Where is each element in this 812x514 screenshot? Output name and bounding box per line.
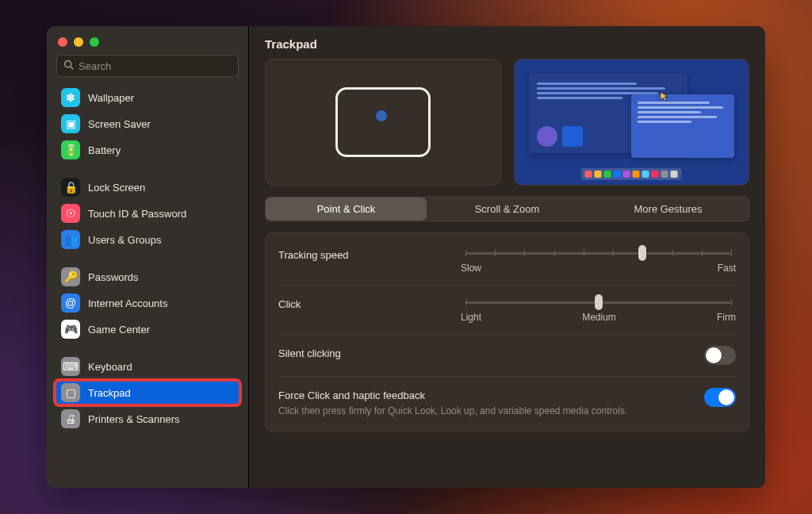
click-max-label: Firm bbox=[717, 312, 736, 323]
battery-icon: 🔋 bbox=[61, 140, 80, 159]
tab-pointclick[interactable]: Point & Click bbox=[266, 198, 427, 221]
internet-icon: @ bbox=[61, 293, 80, 313]
passwords-icon: 🔑 bbox=[61, 267, 80, 286]
sidebar-item-label: Game Center bbox=[88, 324, 150, 336]
row-click: Click Light Medium Firm bbox=[278, 286, 736, 335]
tab-scrollzoom[interactable]: Scroll & Zoom bbox=[427, 198, 588, 221]
keyboard-icon: ⌨ bbox=[61, 357, 80, 376]
page-title: Trackpad bbox=[249, 26, 765, 59]
preview-row bbox=[265, 59, 749, 186]
gamecenter-icon: 🎮 bbox=[61, 320, 80, 339]
tracking-speed-slider[interactable] bbox=[461, 247, 736, 255]
sidebar-item-label: Passwords bbox=[88, 271, 139, 283]
sidebar-item-internet[interactable]: @Internet Accounts bbox=[55, 290, 240, 316]
sidebar-item-label: Touch ID & Password bbox=[88, 208, 186, 220]
sidebar-item-label: Lock Screen bbox=[88, 182, 145, 194]
row-tracking-speed: Tracking speed Slow Fast bbox=[278, 236, 736, 286]
sidebar-item-label: Printers & Scanners bbox=[88, 413, 180, 425]
close-icon[interactable] bbox=[58, 37, 67, 47]
tracking-speed-label: Tracking speed bbox=[278, 247, 461, 261]
users-icon: 👥 bbox=[61, 230, 80, 249]
sidebar-item-wallpaper[interactable]: ✽Wallpaper bbox=[55, 85, 240, 110]
search-icon bbox=[63, 59, 74, 73]
tab-bar: Point & ClickScroll & ZoomMore Gestures bbox=[265, 197, 749, 221]
sidebar-item-label: Users & Groups bbox=[88, 234, 161, 246]
sidebar-item-trackpad[interactable]: ▢Trackpad bbox=[55, 380, 240, 405]
svg-line-1 bbox=[71, 67, 73, 69]
trackpad-cursor-icon bbox=[376, 110, 387, 121]
sidebar-item-gamecenter[interactable]: 🎮Game Center bbox=[55, 316, 240, 342]
touchid-icon: ☉ bbox=[61, 204, 80, 223]
row-silent-clicking: Silent clicking bbox=[278, 335, 736, 377]
content-pane: Trackpad bbox=[249, 26, 765, 488]
silent-clicking-label: Silent clicking bbox=[278, 346, 461, 359]
force-click-label: Force Click and haptic feedback bbox=[278, 388, 704, 401]
settings-window: ✽Wallpaper▣Screen Saver🔋Battery🔒Lock Scr… bbox=[47, 26, 765, 488]
screensaver-icon: ▣ bbox=[61, 114, 80, 133]
cursor-icon bbox=[660, 91, 671, 102]
dock-preview bbox=[581, 168, 682, 180]
wallpaper-icon: ✽ bbox=[61, 88, 80, 107]
force-click-description: Click then press firmly for Quick Look, … bbox=[278, 405, 675, 417]
sidebar-item-keyboard[interactable]: ⌨Keyboard bbox=[55, 354, 240, 379]
click-label: Click bbox=[278, 297, 461, 310]
printers-icon: 🖨 bbox=[61, 409, 80, 428]
sidebar-item-users[interactable]: 👥Users & Groups bbox=[55, 227, 240, 252]
silent-clicking-toggle[interactable] bbox=[704, 346, 736, 365]
tracking-min-label: Slow bbox=[461, 263, 481, 274]
svg-point-0 bbox=[65, 61, 71, 67]
sidebar-item-touchid[interactable]: ☉Touch ID & Password bbox=[55, 201, 240, 226]
sidebar-item-printers[interactable]: 🖨Printers & Scanners bbox=[55, 406, 240, 432]
sidebar-item-label: Internet Accounts bbox=[88, 297, 167, 309]
window-controls bbox=[47, 26, 248, 55]
sidebar-item-label: Battery bbox=[88, 144, 121, 156]
row-force-click: Force Click and haptic feedback Click th… bbox=[278, 377, 736, 428]
sidebar-item-label: Screen Saver bbox=[88, 118, 151, 130]
search-field[interactable] bbox=[56, 55, 239, 77]
zoom-icon[interactable] bbox=[90, 37, 99, 47]
trackpad-icon bbox=[335, 87, 431, 157]
sidebar-list: ✽Wallpaper▣Screen Saver🔋Battery🔒Lock Scr… bbox=[47, 83, 248, 488]
tab-moregestures[interactable]: More Gestures bbox=[588, 198, 749, 221]
tracking-max-label: Fast bbox=[718, 263, 736, 274]
force-click-toggle[interactable] bbox=[704, 388, 736, 407]
trackpad-icon: ▢ bbox=[61, 383, 80, 402]
click-min-label: Light bbox=[461, 312, 481, 323]
sidebar-item-label: Wallpaper bbox=[88, 92, 134, 104]
click-mid-label: Medium bbox=[582, 312, 616, 323]
lockscreen-icon: 🔒 bbox=[61, 178, 80, 197]
trackpad-preview bbox=[265, 59, 501, 186]
sidebar: ✽Wallpaper▣Screen Saver🔋Battery🔒Lock Scr… bbox=[47, 26, 249, 488]
settings-panel: Tracking speed Slow Fast Click bbox=[265, 232, 749, 432]
search-input[interactable] bbox=[79, 60, 232, 72]
click-slider[interactable] bbox=[461, 297, 736, 304]
sidebar-item-screensaver[interactable]: ▣Screen Saver bbox=[55, 111, 240, 136]
sidebar-item-label: Trackpad bbox=[88, 387, 131, 399]
gesture-preview bbox=[514, 59, 750, 186]
sidebar-item-passwords[interactable]: 🔑Passwords bbox=[55, 264, 240, 290]
sidebar-item-label: Keyboard bbox=[88, 361, 132, 373]
sidebar-item-battery[interactable]: 🔋Battery bbox=[55, 137, 240, 163]
sidebar-item-lockscreen[interactable]: 🔒Lock Screen bbox=[55, 175, 240, 200]
minimize-icon[interactable] bbox=[74, 37, 83, 47]
